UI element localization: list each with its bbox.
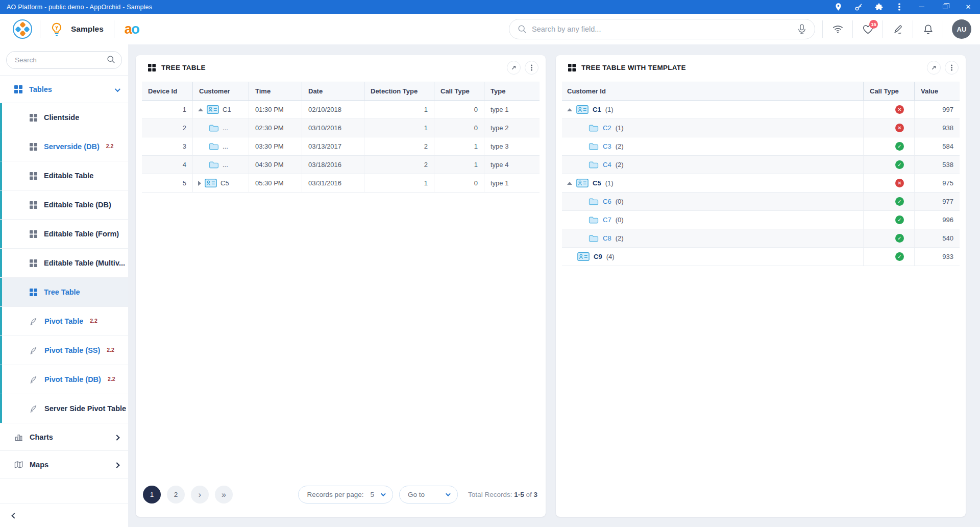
table-row[interactable]: C6(0) 977	[562, 193, 960, 211]
records-per-page-dropdown[interactable]: Records per page: 5	[298, 486, 393, 504]
column-header-time[interactable]: Time	[249, 82, 302, 100]
notifications-bell-icon[interactable]	[913, 24, 943, 35]
collapse-expanded-icon[interactable]	[567, 108, 572, 111]
column-header-detection-type[interactable]: Detection Type	[364, 82, 434, 100]
cell-detection-type: 1	[364, 119, 434, 137]
sidebar-item-editable-table-form[interactable]: Editable Table (Form)	[0, 220, 128, 249]
user-avatar[interactable]: AU	[952, 19, 971, 39]
sidebar-item-editable-table-db[interactable]: Editable Table (DB)	[0, 190, 128, 220]
sidebar-section-maps[interactable]: Maps	[0, 451, 128, 478]
table-row[interactable]: 2 ... 02:30 PM 03/10/2016 1 0 type 2	[142, 119, 540, 137]
goto-label: Go to	[408, 491, 425, 498]
expand-collapsed-icon[interactable]	[198, 181, 201, 186]
sidebar-item-pivot-table[interactable]: Pivot Table 2.2	[0, 307, 128, 336]
collapse-expanded-icon[interactable]	[567, 182, 572, 185]
sidebar-item-clientside[interactable]: Clientside	[0, 103, 128, 132]
customer-label: ...	[223, 142, 228, 150]
table-row[interactable]: C7(0) 996	[562, 211, 960, 229]
column-header-call-type[interactable]: Call Type	[434, 82, 484, 100]
grid-icon	[568, 64, 576, 71]
sidebar-item-server-side-pivot-table[interactable]: Server Side Pivot Table	[0, 394, 128, 423]
close-button[interactable]	[957, 0, 980, 14]
folder-icon	[589, 216, 599, 224]
minimize-button[interactable]	[910, 0, 933, 14]
cell-value: 933	[915, 248, 960, 266]
last-page-button[interactable]: »	[215, 486, 233, 504]
open-in-new-icon[interactable]	[927, 61, 941, 75]
column-header-customer[interactable]: Customer	[193, 82, 249, 100]
table-row[interactable]: 3 ... 03:30 PM 03/13/2017 2 1 type 3	[142, 137, 540, 156]
sidebar-section-tables[interactable]: Tables	[0, 76, 128, 103]
goto-page-dropdown[interactable]: Go to	[399, 486, 458, 504]
signature-pen-icon[interactable]	[883, 24, 913, 35]
tree-table-template-panel: TREE TABLE WITH TEMPLATE Customer Id Cal…	[556, 55, 966, 517]
cell-customer: ...	[193, 119, 249, 137]
sidebar-item-tree-table[interactable]: Tree Table	[0, 278, 128, 307]
page-button-1[interactable]: 1	[143, 486, 161, 504]
folder-icon	[589, 234, 599, 243]
cell-call-type	[864, 229, 915, 247]
column-header-type[interactable]: Type	[484, 82, 540, 100]
extensions-puzzle-icon[interactable]	[869, 0, 889, 14]
cell-value: 540	[915, 229, 960, 247]
sidebar-item-label: Pivot Table (SS)	[44, 346, 100, 354]
table-row[interactable]: C4(2) 538	[562, 156, 960, 174]
sidebar-item-editable-table-multivalue[interactable]: Editable Table (Multiv...	[0, 249, 128, 278]
sidebar-section-charts[interactable]: Charts	[0, 423, 128, 451]
page-button-2[interactable]: 2	[167, 486, 185, 504]
sidebar-item-pivot-table-db[interactable]: Pivot Table (DB) 2.2	[0, 365, 128, 394]
folder-icon	[589, 124, 599, 132]
app-launcher-logo[interactable]	[13, 19, 32, 39]
sidebar-search-input[interactable]	[6, 51, 122, 69]
table-row[interactable]: C8(2) 540	[562, 229, 960, 248]
table-row[interactable]: C1(1) 997	[562, 101, 960, 119]
column-header-value[interactable]: Value	[915, 82, 960, 100]
map-icon	[14, 461, 23, 469]
table-row[interactable]: C9(4) 933	[562, 248, 960, 266]
next-page-button[interactable]: ›	[191, 486, 209, 504]
location-icon[interactable]	[828, 0, 848, 14]
sidebar-item-editable-table[interactable]: Editable Table	[0, 161, 128, 190]
sidebar-item-pivot-table-ss[interactable]: Pivot Table (SS) 2.2	[0, 336, 128, 365]
cell-time: 05:30 PM	[249, 174, 302, 192]
cell-call-type	[864, 211, 915, 229]
customer-name: C4	[603, 161, 611, 169]
global-search-input[interactable]	[532, 25, 792, 33]
table-row[interactable]: C2(1) 938	[562, 119, 960, 137]
table-row[interactable]: C3(2) 584	[562, 137, 960, 156]
open-in-new-icon[interactable]	[507, 61, 521, 75]
microphone-icon[interactable]	[797, 24, 806, 35]
restore-button[interactable]	[933, 0, 957, 14]
panel-menu-icon[interactable]	[945, 61, 959, 75]
cell-call-type	[864, 119, 915, 137]
grid-icon	[148, 64, 156, 71]
grid-icon	[14, 85, 22, 93]
key-icon[interactable]	[848, 0, 869, 14]
column-header-device-id[interactable]: Device Id	[142, 82, 193, 100]
sidebar-item-serverside-db[interactable]: Serverside (DB) 2.2	[0, 132, 128, 161]
cell-call-type: 1	[434, 156, 484, 174]
table-row[interactable]: 1 C1 01:30 PM 02/10/2018 1 0 type 1	[142, 101, 540, 119]
browser-menu-icon[interactable]	[889, 0, 910, 14]
cell-call-type: 0	[434, 101, 484, 118]
table-row[interactable]: C5(1) 975	[562, 174, 960, 193]
collapse-expanded-icon[interactable]	[198, 108, 203, 111]
customer-count: (0)	[616, 198, 624, 205]
table-row[interactable]: 5 C5 05:30 PM 03/31/2016 1 0 type 1	[142, 174, 540, 193]
total-records: Total Records: 1-5 of 3	[468, 491, 537, 498]
column-header-date[interactable]: Date	[302, 82, 364, 100]
sidebar-collapse-button[interactable]	[0, 504, 128, 527]
column-header-call-type[interactable]: Call Type	[864, 82, 915, 100]
search-icon	[518, 25, 527, 34]
table-row[interactable]: 4 ... 04:30 PM 03/18/2016 2 1 type 4	[142, 156, 540, 174]
favorites-heart-icon[interactable]: 15	[853, 25, 883, 34]
tree-table-with-template: Customer Id Call Type Value C1(1) 997	[562, 82, 960, 266]
customer-count: (1)	[605, 106, 614, 113]
wifi-icon[interactable]	[823, 25, 852, 34]
column-header-customer-id[interactable]: Customer Id	[562, 82, 864, 100]
lightbulb-icon[interactable]	[51, 22, 63, 36]
version-badge: 2.2	[108, 376, 115, 382]
success-status-icon	[895, 234, 904, 243]
panel-menu-icon[interactable]	[525, 61, 538, 75]
sidebar-item-label: Clientside	[44, 113, 79, 122]
